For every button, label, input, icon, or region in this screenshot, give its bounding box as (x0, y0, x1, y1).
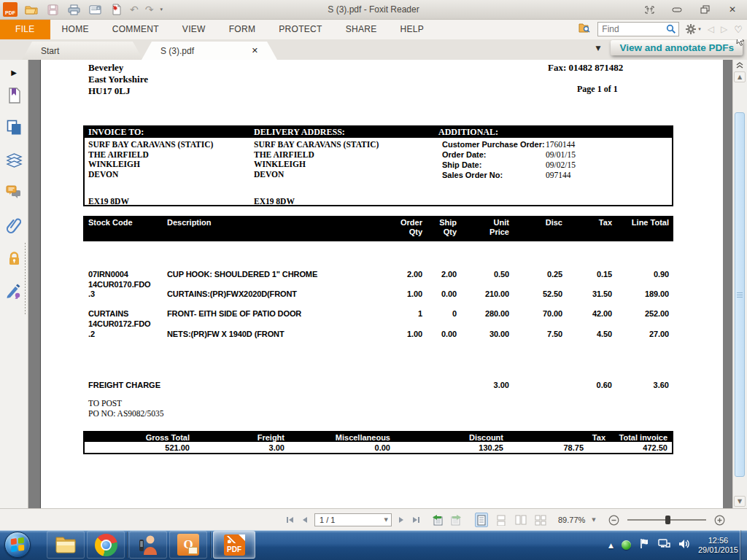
tab-view[interactable]: VIEW (171, 19, 217, 39)
additional-row: Order Date: 09/01/15 (442, 149, 576, 160)
table-row: .3CURTAINS:(PR)FWX2020D(FRONT1.000.00210… (83, 289, 673, 300)
tab-start[interactable]: Start (22, 42, 143, 60)
collapse-ribbon-icon[interactable] (734, 61, 746, 70)
total-invoice-value: 472.50 (610, 443, 672, 452)
close-tab-icon[interactable]: ✕ (252, 46, 258, 55)
pages-panel-icon[interactable] (0, 118, 28, 137)
invoice-to-title: INVOICE TO: (88, 127, 144, 138)
bookmarks-panel-icon[interactable] (0, 86, 28, 105)
continuous-facing-view-icon[interactable] (534, 513, 547, 527)
tab-share[interactable]: SHARE (334, 19, 389, 39)
taskbar-explorer-button[interactable] (47, 531, 85, 559)
pdf-page[interactable]: Beverley East Yorkshire HU17 0LJ Fax: 01… (40, 60, 723, 508)
volume-icon[interactable] (678, 539, 690, 552)
vertical-scrollbar[interactable]: ▲ ▼ (732, 60, 747, 508)
save-icon[interactable] (45, 3, 60, 16)
expand-panel-icon[interactable]: ▶ (0, 63, 28, 82)
tab-protect[interactable]: PROTECT (267, 19, 333, 39)
page-indicator: 1 / 1 (320, 516, 335, 524)
page-navigation: 1 / 1 ▼ (286, 509, 725, 531)
print-icon[interactable] (66, 3, 81, 16)
action-center-flag-icon[interactable] (639, 538, 650, 552)
taskbar-separator (127, 532, 128, 558)
table-row: CURTAINSFRONT- EITH SIDE OF PATIO DOOR10… (83, 309, 673, 319)
sidebar-grip[interactable] (24, 242, 26, 315)
find-input[interactable] (598, 24, 666, 34)
search-icon[interactable] (666, 24, 676, 34)
system-tray: ▲ 12:56 29/01/2015 (608, 530, 738, 560)
next-view-icon[interactable] (450, 514, 462, 526)
redo-icon[interactable]: ↷ (145, 4, 154, 15)
first-page-icon[interactable] (286, 516, 295, 524)
tab-document[interactable]: S (3).pdf ✕ (142, 42, 277, 60)
scrollbar-grip (737, 292, 743, 298)
find-settings-caret-icon[interactable]: ▾ (698, 26, 701, 32)
promo-callout: ▼ View and annotate PDFs (596, 40, 743, 55)
undo-icon[interactable]: ↶ (130, 4, 139, 15)
taskbar-foxit-button[interactable]: PDF (213, 531, 255, 559)
chevron-down-icon[interactable]: ▼ (596, 44, 601, 52)
page-number-box[interactable]: 1 / 1 ▼ (314, 513, 392, 526)
customize-quick-access-icon[interactable]: ▾ (160, 7, 163, 12)
comments-panel-icon[interactable] (0, 182, 28, 201)
restore-button[interactable] (699, 4, 711, 15)
close-button[interactable]: ✕ (727, 4, 738, 15)
network-icon[interactable] (658, 538, 670, 552)
attachments-panel-icon[interactable] (0, 216, 28, 235)
search-in-folder-icon[interactable] (578, 23, 591, 36)
tab-comment[interactable]: COMMENT (101, 19, 171, 39)
tab-form[interactable]: FORM (217, 19, 268, 39)
zoom-slider-handle[interactable] (665, 516, 670, 524)
page-dropdown-icon[interactable]: ▼ (384, 517, 391, 523)
scrollbar-thumb[interactable] (735, 112, 745, 477)
create-pdf-icon[interactable] (109, 3, 123, 16)
promo-tooltip: View and annotate PDFs (611, 40, 743, 55)
miscellaneous-value: 0.00 (289, 443, 395, 452)
invoice-notes: TO POST PO NO: AS9082/5035 (88, 398, 164, 419)
zoom-in-icon[interactable] (714, 515, 725, 526)
facing-view-icon[interactable] (514, 513, 527, 527)
email-icon[interactable] (88, 3, 102, 16)
table-row (83, 300, 673, 310)
layers-panel-icon[interactable] (0, 150, 28, 169)
next-page-icon[interactable] (398, 516, 405, 524)
additional-row: Ship Date: 09/02/15 (442, 160, 576, 170)
start-button[interactable] (4, 532, 31, 558)
taskbar-chrome-button[interactable] (87, 531, 125, 559)
document-area: Beverley East Yorkshire HU17 0LJ Fax: 01… (28, 60, 733, 508)
tab-help[interactable]: HELP (389, 19, 436, 39)
find-previous-icon[interactable]: ◁ (708, 24, 714, 34)
scroll-down-icon[interactable]: ▼ (734, 496, 746, 507)
tax-value: 78.75 (508, 443, 610, 452)
find-settings-icon[interactable]: ▾ (686, 24, 701, 34)
tab-file[interactable]: FILE (0, 19, 50, 39)
favorite-icon[interactable]: ♡ (734, 24, 743, 35)
open-file-icon[interactable] (24, 3, 39, 16)
previous-page-icon[interactable] (301, 516, 308, 524)
totals-table: Gross Total Freight Miscellaneous Discou… (83, 431, 673, 454)
find-next-icon[interactable]: ▷ (721, 24, 727, 34)
continuous-view-icon[interactable] (495, 513, 508, 527)
zoom-out-icon[interactable] (608, 515, 619, 526)
show-desktop-button[interactable] (740, 530, 747, 560)
fullscreen-button[interactable] (643, 4, 655, 15)
tab-home[interactable]: HOME (50, 19, 101, 39)
single-page-view-icon[interactable] (475, 513, 488, 527)
minimize-button[interactable] (671, 4, 683, 15)
fax-number: Fax: 01482 871482 (548, 62, 623, 74)
table-row: 14CUR0172.FDO (83, 319, 673, 330)
clock-time: 12:56 (698, 536, 738, 545)
previous-view-icon[interactable] (431, 514, 444, 526)
windows-taskbar: O PDF ▲ 12:56 29/01/2015 (0, 530, 747, 560)
tray-expand-icon[interactable]: ▲ (608, 542, 614, 549)
zoom-slider[interactable] (627, 519, 706, 521)
last-page-icon[interactable] (411, 516, 420, 524)
zoom-level[interactable]: 89.77% (558, 516, 585, 524)
tray-status-icon[interactable] (622, 540, 631, 550)
zoom-dropdown-icon[interactable]: ▼ (592, 517, 595, 523)
taskbar-clock[interactable]: 12:56 29/01/2015 (698, 536, 738, 555)
scroll-up-icon[interactable]: ▲ (734, 71, 746, 82)
taskbar-contacts-phone-button[interactable] (129, 531, 167, 559)
taskbar-outlook-button[interactable]: O (169, 531, 207, 559)
foxit-app-icon[interactable]: PDF (3, 2, 18, 17)
